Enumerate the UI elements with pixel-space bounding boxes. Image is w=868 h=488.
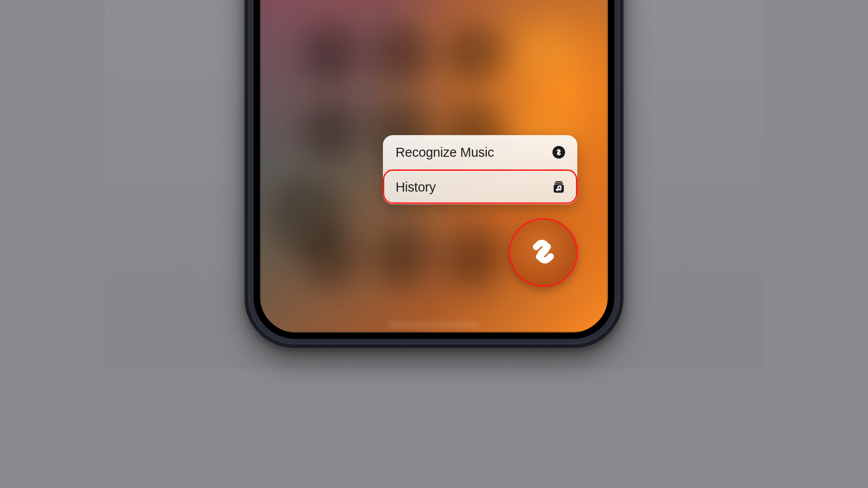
menu-item-label: History	[396, 180, 436, 195]
phone-screen: Recognize Music History	[260, 0, 608, 333]
shazam-icon	[524, 232, 563, 273]
viewport: Recognize Music History	[105, 0, 763, 369]
svg-point-4	[557, 189, 558, 191]
menu-item-recognize-music[interactable]: Recognize Music	[383, 135, 577, 169]
menu-item-label: Recognize Music	[396, 145, 494, 160]
phone-mockup: Recognize Music History	[245, 0, 623, 348]
svg-point-5	[559, 189, 561, 191]
context-menu: Recognize Music History	[383, 135, 577, 204]
music-library-icon	[552, 180, 566, 194]
shazam-control-button[interactable]	[510, 220, 576, 286]
menu-item-history[interactable]: History	[383, 170, 577, 204]
svg-rect-1	[556, 181, 562, 182]
home-indicator	[389, 323, 479, 326]
shazam-icon	[552, 145, 566, 159]
svg-rect-2	[555, 183, 563, 183]
